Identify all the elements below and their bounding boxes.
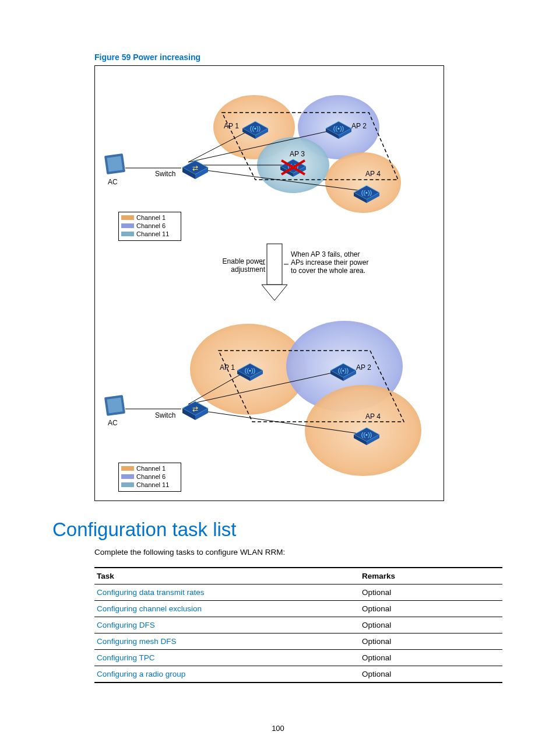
callout-enable-power: Enable power adjustment xyxy=(216,257,265,274)
task-link[interactable]: Configuring DFS xyxy=(94,617,360,634)
figure-image: ⇄ ((•)) ((•)) ((•)) xyxy=(94,65,444,501)
page-number: 100 xyxy=(0,724,556,733)
task-remarks: Optional xyxy=(360,650,502,666)
svg-rect-11 xyxy=(107,156,122,172)
svg-text:((•)): ((•)) xyxy=(245,367,256,374)
svg-text:⇄: ⇄ xyxy=(192,164,198,172)
legend-bottom: Channel 1 Channel 6 Channel 11 xyxy=(118,463,181,492)
col-remarks: Remarks xyxy=(360,568,502,584)
section-heading: Configuration task list xyxy=(52,519,504,541)
callout-ap3-fails: When AP 3 fails, other APs increase thei… xyxy=(291,250,372,275)
table-row: Configuring a radio groupOptional xyxy=(94,666,502,683)
label-ap1-bottom: AP 1 xyxy=(220,363,235,372)
svg-rect-34 xyxy=(267,244,282,285)
figure-caption: Figure 59 Power increasing xyxy=(94,52,504,62)
label-ap3-top: AP 3 xyxy=(290,150,305,158)
col-task: Task xyxy=(94,568,360,584)
task-link[interactable]: Configuring data transmit rates xyxy=(94,584,360,601)
label-ap4-top: AP 4 xyxy=(365,170,381,178)
svg-marker-35 xyxy=(262,285,287,300)
svg-text:((•)): ((•)) xyxy=(338,367,349,374)
table-row: Configuring data transmit ratesOptional xyxy=(94,584,502,601)
intro-text: Complete the following tasks to configur… xyxy=(94,548,504,556)
task-table: Task Remarks Configuring data transmit r… xyxy=(94,567,502,683)
label-switch-top: Switch xyxy=(155,170,175,178)
svg-rect-47 xyxy=(107,397,122,413)
svg-text:((•)): ((•)) xyxy=(361,431,372,438)
label-ap1-top: AP 1 xyxy=(224,122,239,130)
task-remarks: Optional xyxy=(360,601,502,617)
task-link[interactable]: Configuring mesh DFS xyxy=(94,634,360,650)
task-remarks: Optional xyxy=(360,666,502,683)
label-ap4-bottom: AP 4 xyxy=(365,412,381,421)
table-row: Configuring TPCOptional xyxy=(94,650,502,666)
svg-text:⇄: ⇄ xyxy=(192,405,198,413)
label-ac-top: AC xyxy=(108,178,118,186)
label-ap2-bottom: AP 2 xyxy=(356,363,371,372)
table-row: Configuring mesh DFSOptional xyxy=(94,634,502,650)
task-link[interactable]: Configuring TPC xyxy=(94,650,360,666)
svg-point-3 xyxy=(325,152,401,213)
task-link[interactable]: Configuring a radio group xyxy=(94,666,360,683)
table-row: Configuring DFSOptional xyxy=(94,617,502,634)
svg-text:((•)): ((•)) xyxy=(361,189,372,196)
label-switch-bottom: Switch xyxy=(155,411,175,419)
table-row: Configuring channel exclusionOptional xyxy=(94,601,502,617)
svg-text:((•)): ((•)) xyxy=(333,125,344,132)
task-link[interactable]: Configuring channel exclusion xyxy=(94,601,360,617)
task-remarks: Optional xyxy=(360,584,502,601)
task-remarks: Optional xyxy=(360,634,502,650)
task-remarks: Optional xyxy=(360,617,502,634)
svg-text:((•)): ((•)) xyxy=(250,125,261,132)
label-ac-bottom: AC xyxy=(108,419,118,427)
legend-top: Channel 1 Channel 6 Channel 11 xyxy=(118,212,181,241)
label-ap2-top: AP 2 xyxy=(351,122,367,130)
